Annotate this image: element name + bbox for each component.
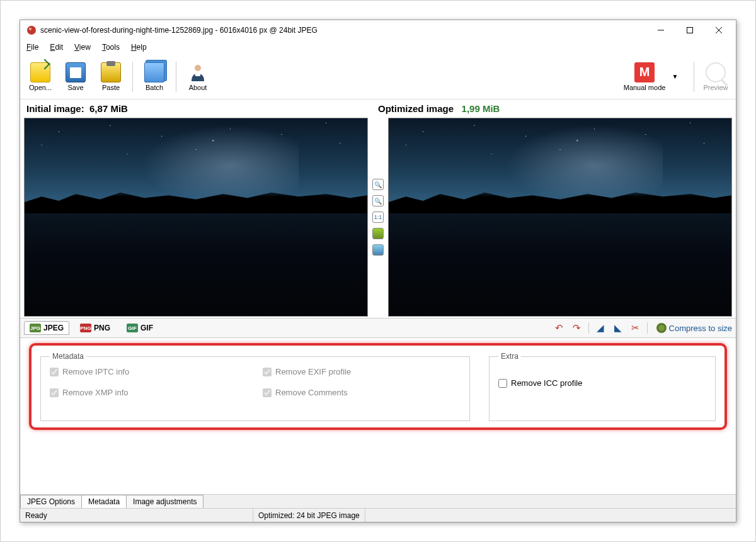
tab-png[interactable]: PNGPNG (74, 321, 116, 335)
batch-button[interactable]: Batch (138, 60, 171, 94)
annotation-highlight: Metadata Remove IPTC info Remove EXIF pr… (29, 343, 727, 430)
menu-help[interactable]: Help (126, 42, 152, 53)
remove-xmp-checkbox[interactable]: Remove XMP info (50, 388, 248, 397)
titlebar: scenic-view-of-forest-during-night-time-… (20, 20, 736, 40)
metadata-legend: Metadata (50, 352, 86, 361)
remove-comments-checkbox[interactable]: Remove Comments (263, 388, 461, 397)
person-icon (188, 62, 208, 82)
minimize-button[interactable] (646, 21, 675, 40)
metadata-group: Metadata Remove IPTC info Remove EXIF pr… (40, 352, 470, 421)
tab-gif[interactable]: GIFGIF (121, 321, 159, 335)
window-title: scenic-view-of-forest-during-night-time-… (40, 26, 646, 35)
gif-badge-icon: GIF (127, 324, 138, 332)
remove-iptc-checkbox[interactable]: Remove IPTC info (50, 367, 248, 376)
tab-jpeg[interactable]: JPGJPEG (24, 321, 69, 335)
status-ready: Ready (20, 509, 253, 522)
extra-legend: Extra (498, 352, 521, 361)
preview-area: 🔍 🔍 1:1 (20, 116, 736, 318)
tab-metadata[interactable]: Metadata (81, 495, 127, 508)
initial-label: Initial image: (26, 103, 84, 114)
tab-jpeg-options[interactable]: JPEG Options (20, 495, 82, 508)
manual-mode-icon: M (634, 62, 655, 82)
optimized-label: Optimized image (378, 103, 454, 114)
initial-size: 6,87 MiB (89, 103, 128, 114)
compress-to-size-button[interactable]: Compress to size (656, 323, 732, 333)
zoom-in-button[interactable]: 🔍 (372, 179, 384, 190)
jpeg-badge-icon: JPG (30, 324, 41, 332)
maximize-button[interactable] (675, 21, 704, 40)
png-badge-icon: PNG (80, 324, 91, 332)
extra-group: Extra Remove ICC profile (489, 352, 716, 421)
svg-point-0 (27, 26, 36, 35)
statusbar: Ready Optimized: 24 bit JPEG image (20, 508, 736, 522)
toggle-view-button[interactable] (372, 244, 384, 256)
menubar: File Edit View Tools Help (20, 40, 736, 54)
initial-image-panel[interactable] (24, 118, 368, 317)
menu-view[interactable]: View (69, 42, 96, 53)
toolbar: Open... Save Paste Batch About M Manual … (20, 54, 736, 99)
menu-tools[interactable]: Tools (97, 42, 125, 53)
separator (132, 62, 133, 92)
fit-window-button[interactable] (372, 228, 384, 239)
svg-point-1 (29, 28, 32, 30)
flip-horizontal-button[interactable]: ◢ (594, 322, 607, 334)
zoom-controls: 🔍 🔍 1:1 (369, 116, 387, 318)
status-optimized: Optimized: 24 bit JPEG image (253, 509, 365, 522)
remove-exif-checkbox[interactable]: Remove EXIF profile (263, 367, 461, 376)
paste-button[interactable]: Paste (94, 60, 127, 94)
open-button[interactable]: Open... (24, 60, 57, 94)
menu-edit[interactable]: Edit (45, 42, 68, 53)
zoom-out-button[interactable]: 🔍 (372, 195, 384, 206)
folder-open-icon (30, 62, 50, 82)
close-button[interactable] (704, 21, 733, 40)
svg-rect-3 (687, 28, 693, 33)
about-button[interactable]: About (181, 60, 214, 94)
magnifier-icon (706, 62, 726, 82)
batch-icon (144, 62, 164, 82)
bottom-tabs: JPEG Options Metadata Image adjustments (20, 494, 736, 508)
menu-file[interactable]: File (21, 42, 43, 53)
redo-button[interactable]: ↷ (571, 322, 583, 334)
undo-button[interactable]: ↶ (553, 322, 566, 334)
chevron-down-icon: ▼ (672, 73, 678, 80)
paste-icon (101, 62, 121, 82)
save-icon (66, 62, 86, 82)
size-row: Initial image: 6,87 MiB Optimized image … (20, 99, 736, 116)
mode-button[interactable]: M Manual mode ▼ (613, 60, 689, 94)
preview-button[interactable]: Preview (699, 60, 732, 94)
format-tabs: JPGJPEG PNGPNG GIFGIF ↶ ↷ ◢ ◣ ✂ Compress… (20, 318, 736, 338)
save-button[interactable]: Save (59, 60, 92, 94)
optimized-size: 1,99 MiB (462, 103, 500, 114)
gear-icon (656, 323, 667, 333)
separator (694, 62, 694, 92)
svg-rect-7 (195, 71, 200, 76)
tab-image-adjustments[interactable]: Image adjustments (126, 495, 203, 508)
app-icon (26, 25, 37, 35)
crop-button[interactable]: ✂ (629, 322, 642, 334)
flip-vertical-button[interactable]: ◣ (612, 322, 624, 334)
remove-icc-checkbox[interactable]: Remove ICC profile (498, 378, 706, 388)
optimized-image-panel[interactable] (388, 118, 732, 317)
zoom-actual-button[interactable]: 1:1 (372, 212, 384, 223)
svg-point-6 (195, 65, 201, 71)
options-area: Metadata Remove IPTC info Remove EXIF pr… (20, 338, 736, 438)
separator (176, 62, 176, 92)
